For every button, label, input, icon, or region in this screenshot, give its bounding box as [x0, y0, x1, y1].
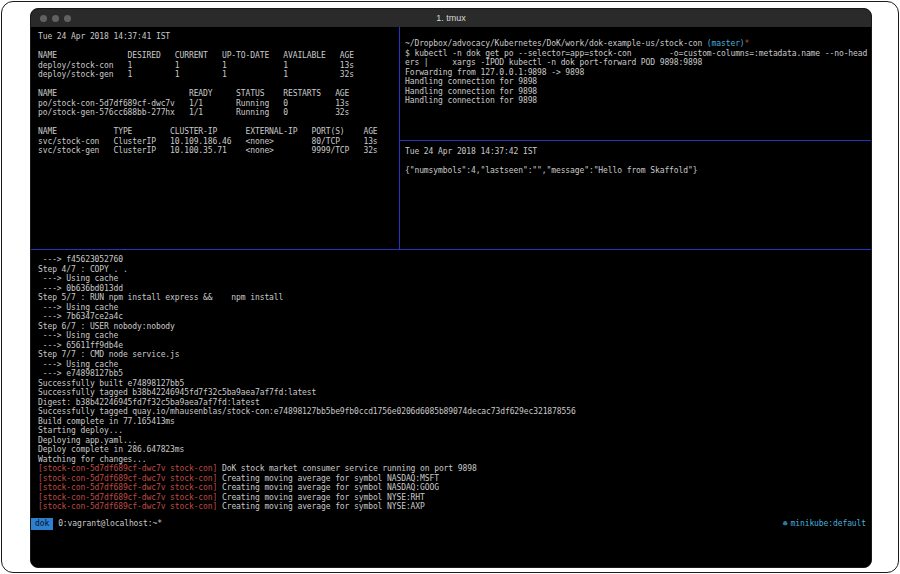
close-window-button[interactable] [40, 15, 47, 22]
tmux-top-row: Tue 24 Apr 2018 14:37:41 IST NAME DESIRE… [31, 27, 871, 249]
pane-curl-output[interactable]: Tue 24 Apr 2018 14:37:42 IST {"numsymbol… [400, 141, 871, 249]
port-forward-output: $ kubectl -n dok get po --selector=app=s… [405, 49, 871, 106]
pane-kubectl-watch[interactable]: Tue 24 Apr 2018 14:37:41 IST NAME DESIRE… [31, 27, 399, 249]
pane-skaffold-log[interactable]: ---> f45623052760 Step 4/7 : COPY . . --… [31, 250, 871, 518]
tmux-session-name[interactable]: dok [31, 518, 53, 530]
pod-log-message: Creating moving average for symbol NASDA… [217, 474, 439, 483]
pod-log-message: Creating moving average for symbol NASDA… [217, 483, 439, 492]
pod-log-line: [stock-con-5d7df689cf-dwc7v stock-con] D… [38, 464, 871, 474]
pod-log-line: [stock-con-5d7df689cf-dwc7v stock-con] C… [38, 493, 871, 503]
pod-log-prefix: [stock-con-5d7df689cf-dwc7v stock-con] [38, 464, 217, 473]
pod-log-message: Creating moving average for symbol NYSE:… [217, 502, 425, 511]
shell-prompt-line: ~/Dropbox/advocacy/Kubernetes/DoK/work/d… [405, 39, 871, 49]
pane-top-right: ~/Dropbox/advocacy/Kubernetes/DoK/work/d… [400, 27, 871, 249]
pod-log-prefix: [stock-con-5d7df689cf-dwc7v stock-con] [38, 493, 217, 502]
window-title: 1. tmux [436, 13, 466, 23]
status-right-segment: ☸minikube:default [783, 519, 866, 529]
tmux-terminal: Tue 24 Apr 2018 14:37:41 IST NAME DESIRE… [31, 27, 871, 567]
tmux-window-name[interactable]: 0:vagrant@localhost:~* [58, 519, 162, 529]
window-titlebar[interactable]: 1. tmux [31, 9, 871, 27]
pod-log-prefix: [stock-con-5d7df689cf-dwc7v stock-con] [38, 474, 217, 483]
pod-log-line: [stock-con-5d7df689cf-dwc7v stock-con] C… [38, 474, 871, 484]
git-dirty-flag: * [745, 39, 750, 48]
pod-log-message: DoK stock market consumer service runnin… [217, 464, 476, 473]
terminal-window: 1. tmux Tue 24 Apr 2018 14:37:41 IST NAM… [30, 8, 872, 568]
tmux-status-bar: dok 0:vagrant@localhost:~* ☸minikube:def… [31, 518, 871, 530]
pod-log-line: [stock-con-5d7df689cf-dwc7v stock-con] C… [38, 483, 871, 493]
traffic-lights [40, 9, 71, 27]
git-branch-label: (master) [707, 39, 745, 48]
pod-log-message: Creating moving average for symbol NYSE:… [217, 493, 425, 502]
pod-log-prefix: [stock-con-5d7df689cf-dwc7v stock-con] [38, 483, 217, 492]
kube-context-label: minikube:default [791, 519, 866, 529]
minimize-window-button[interactable] [52, 15, 59, 22]
kubernetes-icon: ☸ [783, 519, 788, 529]
prompt-path: ~/Dropbox/advocacy/Kubernetes/DoK/work/d… [405, 39, 707, 48]
pod-log-prefix: [stock-con-5d7df689cf-dwc7v stock-con] [38, 502, 217, 511]
skaffold-build-output: ---> f45623052760 Step 4/7 : COPY . . --… [38, 255, 871, 464]
pod-log-line: [stock-con-5d7df689cf-dwc7v stock-con] C… [38, 502, 871, 512]
pane-port-forward[interactable]: ~/Dropbox/advocacy/Kubernetes/DoK/work/d… [400, 27, 871, 140]
zoom-window-button[interactable] [64, 15, 71, 22]
